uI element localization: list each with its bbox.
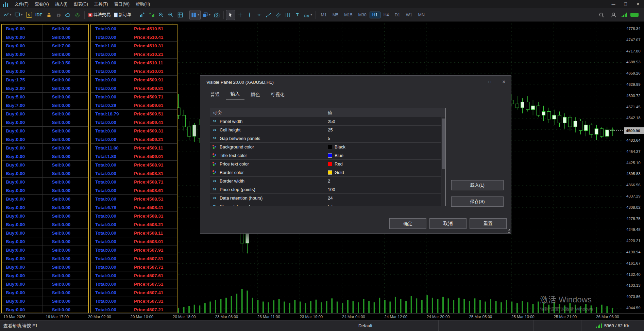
dialog-tab-0[interactable]: 普通 (206, 90, 224, 99)
param-value-cell[interactable]: 2 (325, 177, 445, 185)
timeframe-w1[interactable]: W1 (404, 12, 415, 18)
cloud-button[interactable] (64, 10, 72, 20)
dialog-resize-grip[interactable] (507, 229, 510, 233)
param-value-cell[interactable]: 100 (325, 185, 445, 193)
grid-toggle-button[interactable] (176, 10, 185, 20)
time-axis[interactable]: 19 Mar 202619 Mar 17:0020 Mar 02:0020 Ma… (0, 313, 644, 320)
save-button[interactable]: 保存(S) (451, 196, 504, 207)
param-value-cell[interactable]: 250 (325, 117, 445, 125)
settings-row[interactable]: 01Gap between panels5 (210, 134, 445, 143)
menu-item-tools[interactable]: 工具(T) (91, 2, 111, 6)
screenshot-button[interactable] (212, 10, 221, 20)
objects-button[interactable]: ▾ (302, 10, 313, 20)
buy-cell: Buy:0.00 (2, 42, 43, 50)
sell-cell: Sell:0.00 (43, 280, 88, 288)
timeframe-m15[interactable]: M15 (342, 12, 355, 18)
vertical-line-tool-button[interactable] (245, 10, 254, 20)
total-cell: Total:0.00 (91, 263, 129, 271)
text-tool-button[interactable]: T (293, 10, 302, 20)
signal-button[interactable]: ((•)) (54, 10, 63, 20)
scrollbar-thumb[interactable] (442, 119, 445, 169)
lock-button[interactable] (45, 10, 53, 20)
crosshair-tool-button[interactable] (236, 10, 244, 20)
algo-trading-button[interactable]: 算法交易 (87, 10, 112, 20)
algo-status-button[interactable]: ◎ (73, 10, 82, 20)
timeframe-h4[interactable]: H4 (381, 12, 391, 18)
profile-selector[interactable]: Default (340, 320, 391, 331)
param-value-cell[interactable]: Red (325, 160, 445, 168)
buy-cell: Buy:0.00 (2, 288, 43, 297)
auto-scroll-button[interactable] (138, 10, 147, 20)
settings-row[interactable]: Background colorBlack (210, 143, 445, 151)
buy-cell: Buy:0.00 (2, 127, 43, 135)
minimize-button[interactable]: — (607, 0, 620, 8)
new-order-button[interactable]: 新订单 (113, 10, 133, 20)
ok-button[interactable]: 确定 (389, 218, 426, 229)
cancel-button[interactable]: 取消 (429, 218, 467, 229)
settings-row[interactable]: 01Data retention (hours)24 (210, 194, 445, 202)
close-button[interactable]: ✕ (632, 0, 644, 8)
buy-cell: Buy:0.00 (2, 220, 43, 228)
sell-cell: Sell:0.00 (43, 246, 88, 254)
dialog-tab-3[interactable]: 可视化 (266, 90, 289, 99)
trendline-tool-button[interactable] (264, 10, 273, 20)
restore-button[interactable]: ❐ (620, 0, 632, 8)
dialog-maximize-button[interactable]: □ (482, 76, 497, 88)
dialog-minimize-button[interactable]: — (468, 76, 482, 88)
cascade-windows-button[interactable]: ▾ (201, 10, 211, 20)
account-button[interactable] (609, 10, 618, 20)
table-scrollbar[interactable] (441, 117, 445, 206)
menu-item-view[interactable]: 查看(V) (32, 2, 52, 6)
reset-button[interactable]: 重置 (470, 218, 507, 229)
tile-windows-button[interactable]: ▾ (190, 10, 200, 20)
timeframe-m5[interactable]: M5 (330, 12, 341, 18)
channel-tool-button[interactable] (274, 10, 283, 20)
new-chart-button[interactable]: ▾ (13, 10, 24, 20)
settings-row[interactable]: 01Border width2 (210, 177, 445, 185)
price-axis[interactable]: 4509.90 4776.344747.074717.804688.534659… (624, 22, 644, 313)
settings-row[interactable]: 01Panel width250 (210, 117, 445, 126)
param-value-cell[interactable]: Blue (325, 151, 445, 159)
market-watch-button[interactable]: $ (24, 10, 33, 20)
menu-item-file[interactable]: 文件(F) (12, 2, 32, 6)
price-cell: Price:4507.41 (129, 288, 177, 297)
total-cell: Total:0.00 (91, 178, 129, 186)
timeframe-h1[interactable]: H1 (370, 12, 380, 18)
search-button[interactable] (597, 10, 606, 20)
settings-row[interactable]: ⇅Show debug infofalse (210, 202, 445, 206)
menu-item-window[interactable]: 窗口(W) (111, 2, 133, 6)
param-value-cell[interactable]: false (325, 202, 445, 206)
cursor-tool-button[interactable] (226, 10, 235, 20)
timeframe-m1[interactable]: M1 (318, 12, 329, 18)
param-value-cell[interactable]: 24 (325, 194, 445, 202)
sell-cell: Sell:3.50 (43, 59, 88, 67)
ide-button[interactable]: IDE (34, 10, 44, 20)
settings-row[interactable]: Border colorGold (210, 168, 445, 177)
dialog-close-button[interactable]: ✕ (497, 76, 511, 88)
horizontal-line-tool-button[interactable] (255, 10, 264, 20)
timeframe-d1[interactable]: D1 (392, 12, 403, 18)
settings-row[interactable]: Price text colorRed (210, 160, 445, 168)
settings-row[interactable]: 01Cell height25 (210, 126, 445, 134)
timeframe-mn[interactable]: MN (416, 12, 427, 18)
param-value-cell[interactable]: 25 (325, 126, 445, 134)
depth-row: Buy:0.00Sell:0.00 (2, 25, 88, 33)
param-value-cell[interactable]: Gold (325, 168, 445, 176)
menu-item-help[interactable]: 帮助(H) (133, 2, 153, 6)
load-button[interactable]: 载入(L) (451, 180, 504, 190)
param-value-cell[interactable]: Black (325, 143, 445, 151)
param-value-cell[interactable]: 5 (325, 134, 445, 142)
menu-item-charts[interactable]: 图表(C) (70, 2, 91, 6)
cycle-lines-tool-button[interactable] (283, 10, 292, 20)
dialog-tab-2[interactable]: 颜色 (246, 90, 265, 99)
chart-type-button[interactable]: ▾ (2, 10, 13, 20)
timeframe-m30[interactable]: M30 (356, 12, 369, 18)
settings-row[interactable]: 01Price step (points)100 (210, 185, 445, 194)
dialog-tab-1[interactable]: 输入 (226, 89, 244, 99)
zoom-out-button[interactable] (166, 10, 175, 20)
zoom-in-button[interactable] (157, 10, 166, 20)
menu-item-insert[interactable]: 插入(I) (52, 2, 71, 6)
chart-shift-button[interactable] (147, 10, 156, 20)
dialog-titlebar[interactable]: Visible Panel 20.00 (XAUUSD,H1) — □ ✕ (200, 76, 511, 89)
settings-row[interactable]: Title text colorBlue (210, 151, 445, 160)
